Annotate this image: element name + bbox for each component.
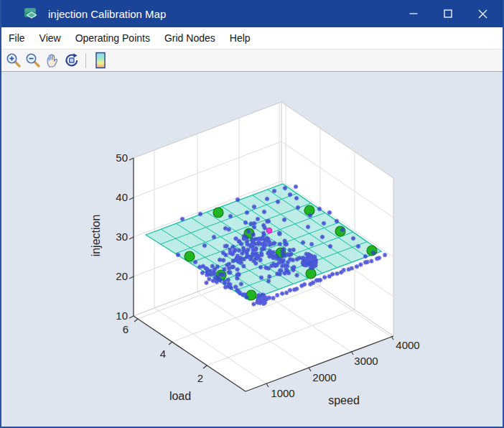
selected-point [266,228,272,233]
calibration-map-3d-plot[interactable]: 50 40 30 20 10 6 4 2 1000 2000 3000 4000… [1,72,504,428]
rotate-3d-icon [63,52,80,69]
toolbar [1,50,504,72]
zoom-in-icon [5,52,22,69]
zoom-in-button[interactable] [4,51,23,70]
close-icon [478,9,487,19]
load-tick-2: 2 [197,372,203,384]
menu-view[interactable]: View [32,28,68,48]
maximize-button[interactable] [431,0,465,27]
speed-tick-3000: 3000 [354,355,378,367]
pan-hand-icon [44,52,61,69]
z-tick-10: 10 [116,310,128,322]
maximize-icon [444,9,452,18]
speed-tick-1000: 1000 [271,387,294,399]
menu-file[interactable]: File [1,28,32,48]
window-title: injection Calibration Map [48,8,396,20]
load-tick-4: 4 [160,348,166,360]
grid-node-point [304,205,314,215]
z-axis-title: injection [90,215,102,257]
menu-bar: File View Operating Points Grid Nodes He… [1,27,504,50]
z-tick-50: 50 [116,152,128,164]
menu-operating-points[interactable]: Operating Points [68,28,157,48]
menu-grid-nodes[interactable]: Grid Nodes [157,28,223,48]
grid-node-point [306,269,316,279]
minimize-button[interactable] [396,0,431,27]
zoom-out-button[interactable] [23,51,42,70]
z-tick-40: 40 [116,191,128,203]
pan-button[interactable] [42,51,62,70]
z-tick-20: 20 [116,270,128,282]
close-button[interactable] [465,0,500,27]
colorbar-icon [92,52,109,69]
zoom-out-icon [24,52,42,69]
menu-help[interactable]: Help [223,28,258,48]
speed-tick-2000: 2000 [312,371,336,383]
minimize-icon [409,9,418,18]
title-bar: injection Calibration Map [1,0,504,27]
app-icon [24,6,39,22]
grid-node-point [213,208,223,218]
z-tick-30: 30 [116,231,128,243]
insert-colorbar-button[interactable] [90,51,110,70]
toolbar-separator [85,53,86,68]
load-tick-6: 6 [123,323,129,335]
rotate-3d-button[interactable] [62,51,81,70]
grid-node-point [185,251,195,261]
y-axis-title: load [169,390,191,402]
x-axis-title: speed [328,394,360,406]
figure-area: 50 40 30 20 10 6 4 2 1000 2000 3000 4000… [1,72,504,428]
speed-tick-4000: 4000 [396,339,419,351]
